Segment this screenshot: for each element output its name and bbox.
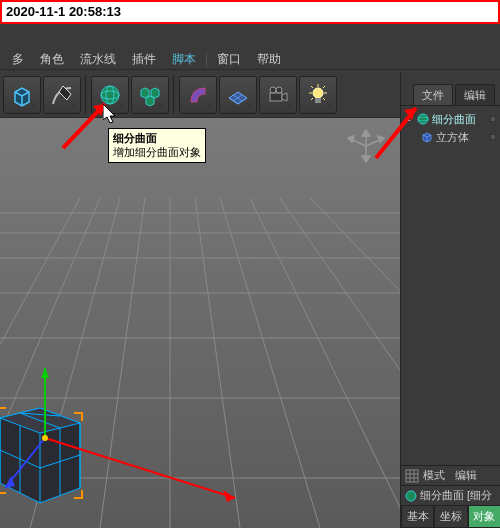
bend-icon	[185, 82, 211, 108]
tool-camera[interactable]	[259, 76, 297, 114]
svg-marker-0	[31, 102, 35, 106]
tree-item-label: 立方体	[436, 130, 469, 145]
svg-marker-58	[362, 156, 370, 162]
attr-tab-coord[interactable]: 坐标	[434, 505, 467, 528]
svg-rect-63	[406, 470, 418, 482]
menu-item-2[interactable]: 流水线	[72, 49, 124, 70]
svg-point-52	[42, 435, 48, 441]
menubar: 多 角色 流水线 插件 脚本 窗口 帮助	[0, 50, 500, 70]
tooltip-desc: 增加细分曲面对象	[113, 145, 201, 159]
grid-icon	[405, 469, 419, 483]
svg-marker-49	[223, 490, 235, 502]
svg-point-68	[406, 491, 416, 501]
axis-gizmo[interactable]	[5, 368, 245, 528]
svg-marker-12	[287, 102, 291, 106]
attr-tabs: 基本 坐标 对象	[401, 505, 500, 528]
tool-light[interactable]	[299, 76, 337, 114]
tooltip-title: 细分曲面	[113, 131, 201, 145]
tool-floor[interactable]	[219, 76, 257, 114]
svg-marker-60	[362, 130, 370, 136]
attr-mode-label[interactable]: 模式	[423, 468, 445, 483]
svg-line-48	[45, 438, 235, 498]
tool-deformer[interactable]	[179, 76, 217, 114]
menu-item-0[interactable]: 多	[4, 49, 32, 70]
sphere-icon	[405, 490, 417, 502]
svg-point-10	[270, 87, 276, 93]
menu-item-4[interactable]: 脚本	[164, 49, 204, 70]
menu-item-5[interactable]: 窗口	[209, 49, 249, 70]
svg-marker-6	[159, 102, 163, 106]
svg-rect-9	[270, 93, 282, 101]
tab-edit[interactable]: 编辑	[455, 84, 495, 105]
svg-marker-7	[207, 102, 211, 106]
toolbar-separator	[173, 76, 175, 114]
visibility-dots[interactable]	[490, 134, 498, 140]
menu-item-1[interactable]: 角色	[32, 49, 72, 70]
svg-marker-15	[327, 102, 331, 106]
menu-item-6[interactable]: 帮助	[249, 49, 289, 70]
multi-cube-icon	[137, 82, 163, 108]
menu-separator	[206, 53, 207, 67]
svg-point-11	[276, 87, 282, 93]
attr-edit-label[interactable]: 编辑	[455, 468, 477, 483]
camera-icon	[265, 82, 291, 108]
attr-object-row: 细分曲面 [细分	[401, 485, 500, 505]
timestamp-bar: 2020-11-1 20:58:13	[0, 0, 500, 24]
svg-rect-14	[315, 98, 321, 103]
svg-marker-47	[41, 368, 49, 378]
attr-tab-object[interactable]: 对象	[468, 505, 500, 528]
svg-marker-8	[247, 102, 251, 106]
attr-header: 模式 编辑	[401, 465, 500, 485]
light-icon	[305, 82, 331, 108]
floor-icon	[225, 82, 251, 108]
tool-cube-primitive[interactable]	[3, 76, 41, 114]
svg-marker-56	[348, 136, 354, 142]
tree-item-label: 细分曲面	[432, 112, 476, 127]
cube-prim-icon	[9, 82, 35, 108]
annotation-arrow-right	[370, 98, 430, 168]
svg-point-13	[313, 88, 323, 98]
visibility-dots[interactable]	[490, 116, 498, 122]
svg-marker-69	[103, 104, 115, 123]
tool-array[interactable]	[131, 76, 169, 114]
menu-item-3[interactable]: 插件	[124, 49, 164, 70]
attribute-panel: 模式 编辑 细分曲面 [细分 基本 坐标 对象	[401, 465, 500, 528]
attr-tab-basic[interactable]: 基本	[401, 505, 434, 528]
viewport[interactable]	[0, 118, 400, 528]
timestamp-text: 2020-11-1 20:58:13	[6, 4, 121, 19]
attr-object-name: 细分曲面 [细分	[420, 488, 492, 503]
mouse-cursor	[103, 104, 121, 126]
tooltip: 细分曲面 增加细分曲面对象	[108, 128, 206, 163]
